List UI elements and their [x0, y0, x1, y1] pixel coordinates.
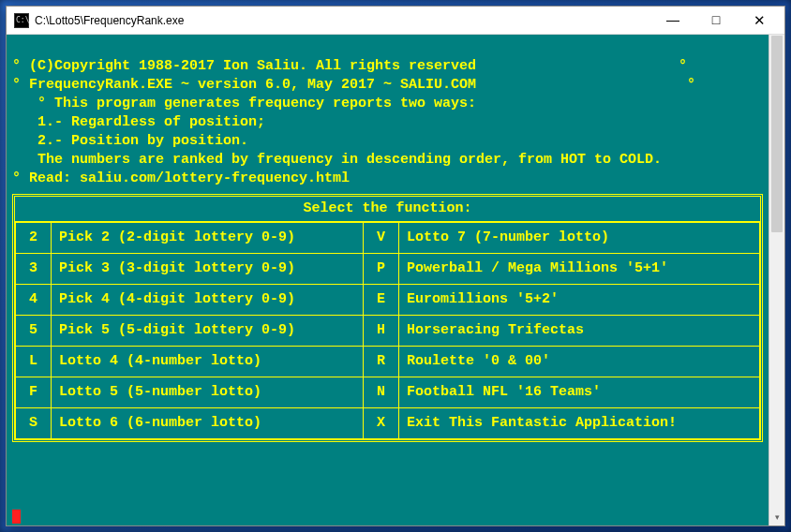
menu-key[interactable]: 3 [16, 254, 52, 285]
menu-label: Exit This Fantastic Application! [399, 408, 760, 439]
window-title: C:\Lotto5\FrequencyRank.exe [35, 14, 651, 27]
menu-row: 3Pick 3 (3-digit lottery 0-9)PPowerball … [16, 254, 760, 285]
menu-label: Roulette '0 & 00' [399, 347, 760, 377]
header-line: ° (C)Copyright 1988-2017 Ion Saliu. All … [12, 58, 687, 74]
menu-grid: 2Pick 2 (2-digit lottery 0-9)VLotto 7 (7… [15, 222, 760, 439]
cursor [12, 510, 21, 524]
menu-row: 5Pick 5 (5-digit lottery 0-9)HHorseracin… [16, 316, 760, 347]
menu-key[interactable]: V [364, 223, 399, 254]
menu-label: Lotto 5 (5-number lotto) [52, 377, 364, 408]
header-line: 1.- Regardless of position; [12, 114, 265, 130]
client-area: ° (C)Copyright 1988-2017 Ion Saliu. All … [7, 35, 784, 525]
menu-label: Football NFL '16 Teams' [399, 377, 760, 408]
menu-key[interactable]: 5 [16, 316, 52, 347]
menu-key[interactable]: R [364, 347, 399, 377]
terminal[interactable]: ° (C)Copyright 1988-2017 Ion Saliu. All … [7, 35, 769, 525]
menu-label: Euromillions '5+2' [399, 285, 760, 316]
menu-key[interactable]: 2 [16, 223, 52, 254]
window-controls: — □ ✕ [651, 7, 781, 34]
header-line: 2.- Position by position. [12, 133, 248, 149]
menu-key[interactable]: L [16, 347, 52, 377]
menu-label: Horseracing Trifectas [399, 316, 760, 347]
scrollbar-down-icon[interactable]: ▾ [769, 510, 784, 525]
menu-box: Select the function: 2Pick 2 (2-digit lo… [12, 194, 763, 442]
header-line: ° This program generates frequency repor… [12, 96, 476, 111]
menu-key[interactable]: P [364, 254, 399, 285]
scrollbar-thumb[interactable] [771, 36, 783, 232]
maximize-button[interactable]: □ [694, 7, 738, 34]
header-line: ° FrequencyRank.EXE ~ version 6.0, May 2… [12, 77, 695, 93]
minimize-button[interactable]: — [651, 7, 694, 34]
menu-row: 4Pick 4 (4-digit lottery 0-9)EEuromillio… [16, 285, 760, 316]
menu-key[interactable]: 4 [16, 285, 52, 316]
menu-key[interactable]: H [364, 316, 399, 347]
menu-title: Select the function: [15, 197, 760, 221]
menu-row: SLotto 6 (6-number lotto)XExit This Fant… [16, 408, 760, 439]
close-button[interactable]: ✕ [738, 7, 781, 34]
menu-label: Pick 5 (5-digit lottery 0-9) [52, 316, 364, 347]
app-icon [14, 13, 29, 28]
menu-label: Lotto 7 (7-number lotto) [399, 223, 760, 254]
menu-key[interactable]: X [364, 408, 399, 439]
menu-label: Pick 4 (4-digit lottery 0-9) [52, 285, 364, 316]
header-line: ° Read: saliu.com/lottery-frequency.html [12, 170, 350, 186]
menu-key[interactable]: N [364, 377, 399, 408]
menu-label: Lotto 4 (4-number lotto) [52, 347, 364, 377]
menu-row: LLotto 4 (4-number lotto)RRoulette '0 & … [16, 347, 760, 377]
menu-label: Lotto 6 (6-number lotto) [52, 408, 364, 439]
window: C:\Lotto5\FrequencyRank.exe — □ ✕ ° (C)C… [6, 6, 785, 526]
scrollbar[interactable]: ▾ [769, 35, 784, 525]
menu-label: Pick 2 (2-digit lottery 0-9) [52, 223, 364, 254]
menu-label: Pick 3 (3-digit lottery 0-9) [52, 254, 364, 285]
menu-key[interactable]: E [364, 285, 399, 316]
menu-label: Powerball / Mega Millions '5+1' [399, 254, 760, 285]
header-line: The numbers are ranked by frequency in d… [12, 152, 662, 168]
menu-key[interactable]: S [16, 408, 52, 439]
window-frame: C:\Lotto5\FrequencyRank.exe — □ ✕ ° (C)C… [0, 0, 791, 532]
menu-row: 2Pick 2 (2-digit lottery 0-9)VLotto 7 (7… [16, 223, 760, 254]
menu-key[interactable]: F [16, 377, 52, 408]
menu-row: FLotto 5 (5-number lotto)NFootball NFL '… [16, 377, 760, 408]
titlebar[interactable]: C:\Lotto5\FrequencyRank.exe — □ ✕ [7, 7, 784, 35]
